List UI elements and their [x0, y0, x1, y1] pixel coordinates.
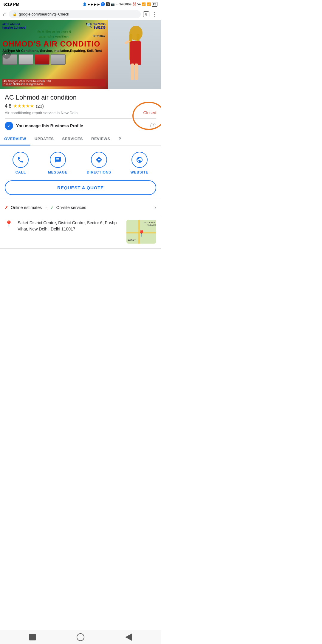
tab-reviews[interactable]: REVIEWS	[87, 133, 114, 145]
cross-icon: ✗	[5, 205, 8, 210]
facebook-icon: f	[101, 2, 105, 6]
signal-icon: 📶	[142, 2, 146, 6]
app-icon: ⚙	[106, 2, 110, 6]
status-bar: 6:19 PM 👤 ▶ ▶ ▶ ▶ f ⚙ 📷 ··· 94.0KB/s ⏰ V…	[0, 0, 161, 8]
message-label: MESSAGE	[48, 170, 68, 174]
directions-circle	[91, 152, 107, 168]
manage-text: You manage this Business Profile	[16, 123, 147, 128]
youtube-icon3: ▶	[94, 3, 97, 6]
person-icon: 👤	[83, 2, 87, 6]
website-button[interactable]: WEBSITE	[130, 152, 148, 174]
status-wrapper: Closed	[143, 110, 156, 115]
message-button[interactable]: MESSAGE	[48, 152, 68, 174]
map-thumbnail[interactable]: 📍 AUZ KHAS KAILASH SAKET	[126, 220, 156, 244]
review-count: (23)	[36, 103, 44, 109]
tab-services[interactable]: SERVICES	[58, 133, 87, 145]
ac-unit-3	[35, 54, 49, 65]
img-brand: OHMOD'S AIR CONDITIO	[2, 39, 106, 49]
action-buttons: CALL MESSAGE DIRECTIONS WEBSITE	[0, 146, 161, 177]
rating-row: 4.8 ★★★★★ (23)	[5, 103, 156, 109]
call-icon	[17, 156, 24, 163]
image-top-icons: 🔍 ⤴ ⋮	[86, 23, 106, 28]
tab-updates[interactable]: UPDATES	[30, 133, 58, 145]
directions-label: DIRECTIONS	[87, 170, 111, 174]
call-label: CALL	[16, 170, 26, 174]
ac-units	[2, 54, 106, 65]
tab-more[interactable]: P	[114, 133, 125, 145]
category-row: Air conditioning repair service in New D…	[5, 110, 156, 115]
svg-rect-7	[135, 64, 138, 80]
address-text: Saket District Centre, District Centre, …	[18, 220, 122, 232]
message-circle	[50, 152, 66, 168]
lock-icon: 🔒	[13, 12, 17, 16]
main-business-image: akti Lohmod hanshu Lohmod Mob.:8471035 9…	[0, 20, 108, 89]
location-icon: 📍	[5, 220, 13, 228]
browser-menu-icon[interactable]: ⋮	[152, 11, 158, 18]
services-row[interactable]: ✗ Online estimates · ✓ On-site services …	[0, 200, 161, 215]
battery-indicator: 23	[152, 2, 157, 7]
website-label: WEBSITE	[130, 170, 148, 174]
img-hindi1: सेवा के मौका एक बार अवश्य दें	[2, 30, 106, 34]
dot-separator: ·	[45, 205, 47, 210]
call-circle	[13, 152, 29, 168]
star-rating: ★★★★★	[13, 103, 34, 109]
website-circle	[131, 152, 148, 168]
volte-icon: Vo	[137, 3, 141, 6]
onsite-services-text: On-site services	[56, 205, 86, 210]
business-name: AC Lohmod air condition	[5, 94, 156, 101]
message-icon	[54, 156, 61, 163]
back-button[interactable]: ←	[2, 50, 11, 59]
tab-count[interactable]: 8	[143, 11, 149, 17]
call-button[interactable]: CALL	[13, 152, 29, 174]
more-icon: ···	[116, 2, 118, 6]
business-info: AC Lohmod air condition 4.8 ★★★★★ (23) A…	[0, 89, 161, 133]
img-addr-text: 43, Sangam Vihar, Deoli,New Delhi-110	[4, 80, 104, 83]
status-icons: 👤 ▶ ▶ ▶ ▶ f ⚙ 📷 ··· 94.0KB/s ⏰ Vo 📶 📶 23	[83, 2, 157, 7]
tab-overview[interactable]: OVERVIEW	[0, 133, 30, 145]
map-label-1: AUZ KHAS	[144, 222, 155, 224]
browser-bar: ⌂ 🔒 google.com/search?q=Check 8 ⋮	[0, 8, 161, 20]
more-options-icon[interactable]: ⋮	[101, 23, 106, 28]
share-icon[interactable]: ⤴	[95, 23, 98, 28]
svg-rect-5	[124, 40, 130, 45]
status-time: 6:19 PM	[4, 2, 19, 7]
chevron-right-icon: ›	[154, 204, 156, 210]
img-name2: hanshu Lohmod	[2, 26, 26, 29]
svg-rect-4	[130, 41, 141, 65]
map-label-saket: SAKET	[128, 239, 136, 241]
check-icon: ✓	[50, 205, 54, 210]
network-speed: 94.0KB/s	[119, 3, 131, 6]
url-bar[interactable]: 🔒 google.com/search?q=Check	[9, 10, 141, 18]
tabs-row: OVERVIEW UPDATES SERVICES REVIEWS P	[0, 133, 161, 146]
directions-icon	[95, 156, 103, 163]
image-strip: akti Lohmod hanshu Lohmod Mob.:8471035 9…	[0, 20, 161, 89]
home-icon[interactable]: ⌂	[3, 11, 7, 18]
request-quote-button[interactable]: REQUEST A QUOTE	[5, 180, 156, 195]
img-handwritten: 9821847	[93, 34, 106, 38]
woman-figure	[121, 25, 148, 84]
rating-number: 4.8	[5, 103, 11, 109]
svg-rect-6	[131, 64, 134, 80]
ac-unit-4	[51, 54, 66, 65]
youtube-icon: ▶	[88, 3, 90, 6]
map-label-kailas: KAILASH	[147, 224, 156, 226]
manage-row: ✓ You manage this Business Profile ?	[5, 118, 156, 133]
youtube-icon4: ▶	[97, 3, 100, 6]
help-icon[interactable]: ?	[150, 123, 156, 129]
alarm-icon: ⏰	[132, 2, 137, 6]
online-estimates-text: Online estimates	[11, 205, 42, 210]
directions-button[interactable]: DIRECTIONS	[87, 152, 111, 174]
img-hindi2: आपका भरोसा हमारा विश्वास	[2, 35, 106, 39]
quote-button-wrapper: REQUEST A QUOTE	[0, 177, 161, 200]
address-row[interactable]: 📍 Saket District Centre, District Centre…	[0, 215, 161, 249]
img-address: 43, Sangam Vihar, Deoli,New Delhi-110 E-…	[2, 79, 106, 86]
map-pin-icon: 📍	[137, 230, 145, 238]
img-name1: akti Lohmod	[2, 23, 26, 26]
closed-status: Closed	[143, 110, 156, 115]
youtube-icon2: ▶	[91, 3, 93, 6]
wifi-icon: 📶	[147, 2, 151, 6]
search-icon[interactable]: 🔍	[86, 23, 92, 28]
side-image	[108, 20, 161, 89]
ac-unit-2	[18, 54, 33, 65]
img-subtitle: All Type Air Conditions, Service, Intall…	[2, 49, 106, 53]
